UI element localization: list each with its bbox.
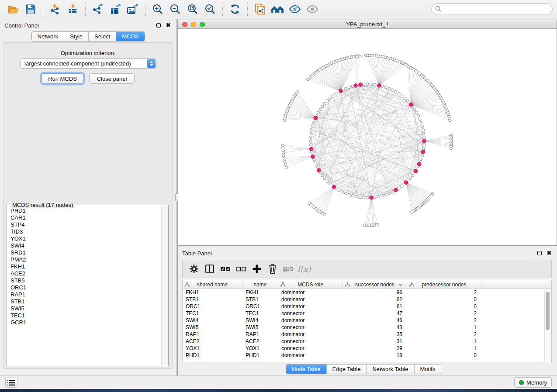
network-canvas[interactable] (178, 29, 557, 245)
control-panel-float-button[interactable] (155, 22, 162, 29)
network-node[interactable] (310, 151, 313, 153)
network-node[interactable] (384, 86, 387, 89)
network-node[interactable] (348, 193, 350, 196)
column-header-successor-nodes[interactable]: successor nodes (343, 280, 407, 289)
network-node[interactable] (348, 86, 350, 89)
table-row[interactable]: SWI4SWI4dominator462 (183, 317, 551, 324)
network-dominator-node[interactable] (311, 155, 315, 159)
table-row[interactable]: SWI5SWI5connector431 (183, 324, 551, 331)
open-file-button[interactable] (4, 1, 22, 17)
tab-motifs[interactable]: Motifs (415, 364, 441, 374)
network-node[interactable] (355, 195, 358, 198)
table-row[interactable]: FKH1FKH1dominator962 (183, 289, 551, 296)
network-node[interactable] (314, 162, 316, 164)
mcds-result-item[interactable]: RAP1 (10, 291, 161, 298)
table-row[interactable]: RAP1RAP1dominator352 (183, 331, 551, 338)
tab-style[interactable]: Style (64, 32, 89, 41)
network-dominator-node[interactable] (370, 196, 374, 199)
network-node[interactable] (285, 166, 287, 168)
network-node[interactable] (388, 87, 391, 90)
network-node[interactable] (341, 190, 343, 193)
network-node[interactable] (401, 185, 403, 187)
column-header-shared-name[interactable]: shared name (183, 280, 242, 289)
show-columns-button[interactable] (202, 261, 218, 276)
network-node[interactable] (362, 83, 365, 86)
network-dominator-node[interactable] (377, 84, 381, 88)
delete-columns-button[interactable] (265, 261, 280, 276)
table-panel-float-button[interactable] (536, 250, 543, 257)
zoom-selected-button[interactable] (201, 1, 219, 17)
network-node[interactable] (321, 105, 324, 108)
network-dominator-node[interactable] (339, 89, 343, 93)
tab-mcds[interactable]: MCDS (116, 32, 144, 41)
network-node[interactable] (417, 114, 419, 117)
network-node[interactable] (309, 136, 312, 138)
network-dominator-node[interactable] (359, 83, 363, 87)
network-node[interactable] (391, 190, 394, 193)
save-session-button[interactable] (22, 1, 39, 17)
homes-button[interactable] (269, 1, 286, 17)
network-node[interactable] (317, 111, 319, 114)
task-history-button[interactable] (5, 378, 17, 388)
mcds-result-item[interactable]: TID3 (10, 228, 161, 235)
table-row[interactable]: ACE2ACE2connector311 (183, 338, 551, 345)
zoom-in-button[interactable] (149, 1, 166, 17)
close-panel-button[interactable]: Close panel (89, 73, 135, 84)
network-node[interactable] (377, 195, 380, 198)
network-node[interactable] (394, 90, 397, 93)
network-node[interactable] (413, 108, 416, 111)
network-node[interactable] (411, 174, 414, 177)
mcds-result-item[interactable]: ORC1 (10, 284, 161, 291)
table-row[interactable]: ORC1ORC1dominator610 (183, 303, 551, 310)
network-node[interactable] (310, 132, 312, 135)
network-dominator-node[interactable] (422, 139, 426, 143)
run-mcds-button[interactable]: Run MCDS (42, 73, 83, 84)
network-node[interactable] (449, 119, 451, 122)
network-dominator-node[interactable] (354, 84, 358, 88)
network-node[interactable] (423, 136, 426, 138)
import-table-button[interactable] (64, 1, 82, 17)
mcds-result-item[interactable]: ACE2 (10, 270, 161, 277)
table-row[interactable]: PHD1PHD1dominator180 (183, 352, 551, 359)
mcds-result-item[interactable]: SRD1 (10, 249, 161, 256)
network-node[interactable] (406, 100, 409, 102)
network-dominator-node[interactable] (414, 169, 418, 173)
network-node[interactable] (326, 100, 329, 102)
mcds-result-item[interactable]: STP4 (10, 221, 161, 228)
network-node[interactable] (329, 182, 331, 185)
network-node[interactable] (329, 97, 331, 100)
network-node[interactable] (409, 177, 412, 180)
network-node[interactable] (338, 189, 340, 191)
network-node[interactable] (366, 83, 369, 86)
mcds-result-item[interactable]: SWI4 (10, 242, 161, 249)
table-panel-close-button[interactable]: ✖ (546, 250, 553, 257)
network-dominator-node[interactable] (417, 162, 421, 166)
memory-button[interactable]: Memory (514, 377, 552, 388)
network-dominator-node[interactable] (404, 181, 408, 185)
network-node[interactable] (404, 97, 406, 100)
network-node[interactable] (359, 196, 361, 199)
network-node[interactable] (281, 144, 284, 147)
network-node[interactable] (370, 83, 372, 86)
network-dominator-node[interactable] (332, 185, 336, 189)
mcds-result-item[interactable]: SWI5 (10, 305, 161, 312)
deselect-all-button[interactable] (233, 261, 249, 276)
network-node[interactable] (422, 129, 424, 131)
table-row[interactable]: YOX1YOX1connector291 (183, 345, 551, 352)
mcds-result-item[interactable]: STB5 (10, 277, 161, 284)
network-node[interactable] (421, 125, 423, 127)
network-node[interactable] (323, 102, 326, 105)
network-node[interactable] (388, 192, 391, 195)
create-column-button[interactable] (249, 261, 265, 276)
network-node[interactable] (344, 87, 347, 90)
mcds-result-item[interactable]: GCR1 (10, 319, 161, 326)
mcds-result-item[interactable]: CAR1 (10, 214, 161, 221)
network-node[interactable] (332, 95, 334, 97)
network-dominator-node[interactable] (394, 188, 398, 192)
network-node[interactable] (374, 196, 376, 199)
network-node[interactable] (326, 180, 329, 182)
network-dominator-node[interactable] (409, 103, 413, 107)
network-node[interactable] (296, 90, 298, 93)
zoom-fit-button[interactable] (184, 1, 201, 17)
network-node[interactable] (310, 129, 313, 131)
